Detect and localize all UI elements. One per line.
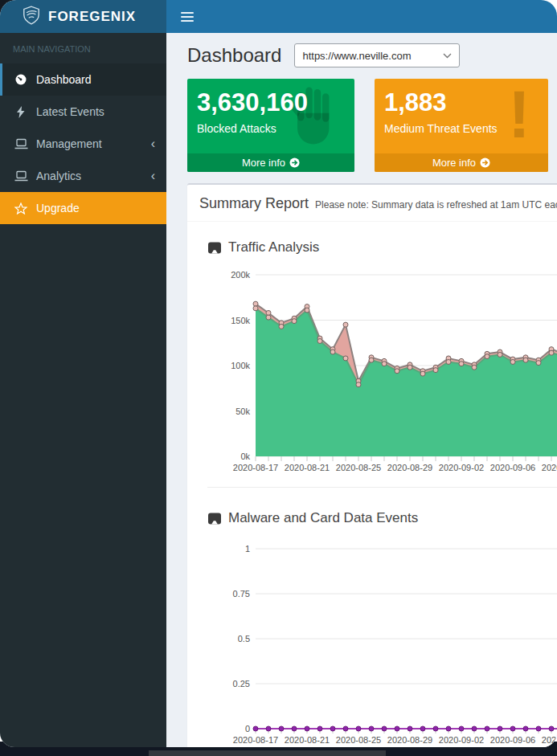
svg-text:150k: 150k — [231, 316, 250, 325]
more-info-label: More info — [242, 157, 285, 169]
traffic-analysis-section: Traffic Analysis 0k50k100k150k200k2020-0… — [207, 239, 557, 479]
svg-text:200k: 200k — [231, 270, 250, 280]
svg-text:2020-09-10: 2020-09-10 — [542, 463, 557, 472]
blocked-attacks-label: Blocked Attacks — [197, 122, 345, 135]
app-window: FOREGENIX MAIN NAVIGATION — [0, 0, 557, 747]
svg-text:2020-08-21: 2020-08-21 — [285, 735, 330, 743]
medium-threat-events-value: 1,883 — [384, 88, 539, 117]
content-area: Dashboard https://www.neville.com 3,630,… — [166, 33, 557, 747]
svg-text:2020-09-02: 2020-09-02 — [439, 735, 484, 743]
arrow-circle-right-icon — [480, 157, 490, 168]
sidebar-item-upgrade[interactable]: Upgrade — [0, 192, 166, 224]
sidebar-item-dashboard[interactable]: Dashboard — [0, 63, 166, 96]
chevron-left-icon: ‹ — [151, 172, 155, 180]
laptop-icon — [14, 137, 28, 150]
svg-text:0k: 0k — [240, 452, 250, 461]
svg-text:0.5: 0.5 — [238, 634, 250, 644]
svg-text:2020-09-06: 2020-09-06 — [490, 735, 535, 743]
medium-threat-events-card: 1,883 Medium Threat Events ! More info — [375, 79, 548, 172]
sidebar-item-analytics[interactable]: Analytics ‹ — [0, 160, 166, 192]
summary-report-note: Please note: Summary data is refreshed a… — [315, 199, 557, 210]
sidebar-item-label: Analytics — [36, 170, 81, 182]
bolt-icon — [14, 105, 28, 118]
svg-text:1: 1 — [245, 544, 250, 554]
svg-text:2020-08-21: 2020-08-21 — [285, 463, 330, 472]
tray-icon — [207, 242, 222, 254]
tray-icon — [207, 513, 222, 525]
sidebar-section-label: MAIN NAVIGATION — [0, 33, 166, 63]
svg-text:2020-08-25: 2020-08-25 — [336, 735, 381, 743]
traffic-analysis-title: Traffic Analysis — [228, 239, 319, 255]
tachometer-icon — [14, 73, 28, 86]
sidebar: MAIN NAVIGATION Dashboard — [0, 33, 166, 747]
malware-card-events-title: Malware and Card Data Events — [228, 510, 418, 526]
malware-card-events-section: Malware and Card Data Events 00.250.50.7… — [207, 487, 557, 746]
laptop-icon — [14, 170, 28, 182]
arrow-circle-right-icon — [289, 157, 300, 168]
sidebar-item-management[interactable]: Management ‹ — [0, 128, 166, 160]
chevron-down-icon — [443, 53, 452, 59]
medium-threat-events-label: Medium Threat Events — [384, 122, 539, 135]
svg-text:2020-08-25: 2020-08-25 — [336, 463, 381, 472]
brand-name: FOREGENIX — [48, 9, 136, 25]
foregenix-shield-logo-icon — [21, 5, 42, 29]
svg-text:2020-09-06: 2020-09-06 — [490, 463, 535, 472]
blocked-attacks-more-info-button[interactable]: More info — [187, 153, 354, 172]
blocked-attacks-card: 3,630,160 Blocked Attacks — [187, 79, 354, 172]
sidebar-item-label: Dashboard — [36, 73, 92, 86]
summary-report-box: Summary Report Please note: Summary data… — [187, 183, 557, 747]
site-selector-value: https://www.neville.com — [302, 50, 411, 62]
blocked-attacks-value: 3,630,160 — [197, 88, 345, 117]
summary-report-header: Summary Report Please note: Summary data… — [187, 185, 557, 222]
svg-text:0.75: 0.75 — [233, 589, 250, 599]
brand-logo-area[interactable]: FOREGENIX — [0, 0, 166, 33]
sidebar-toggle-button[interactable] — [176, 5, 199, 29]
top-bar: FOREGENIX — [0, 0, 557, 33]
site-selector-dropdown[interactable]: https://www.neville.com — [294, 43, 460, 67]
svg-text:0.25: 0.25 — [233, 679, 250, 689]
svg-text:50k: 50k — [235, 407, 250, 416]
more-info-label: More info — [432, 157, 476, 169]
sidebar-item-label: Management — [36, 137, 102, 150]
svg-text:0: 0 — [245, 724, 250, 734]
svg-text:2020-08-17: 2020-08-17 — [233, 735, 278, 743]
sidebar-item-latest-events[interactable]: Latest Events — [0, 96, 166, 128]
screenshot-stage: FOREGENIX MAIN NAVIGATION — [0, 0, 557, 756]
malware-card-events-chart: 00.250.50.7512020-08-172020-08-212020-08… — [207, 536, 557, 743]
star-icon — [14, 202, 28, 215]
navbar — [166, 0, 557, 33]
traffic-analysis-chart: 0k50k100k150k200k2020-08-172020-08-21202… — [207, 265, 557, 476]
sidebar-item-label: Upgrade — [36, 202, 80, 215]
svg-text:2020-08-29: 2020-08-29 — [387, 463, 432, 472]
svg-text:2020-09-02: 2020-09-02 — [439, 463, 484, 472]
medium-threat-events-more-info-button[interactable]: More info — [375, 153, 548, 172]
svg-text:100k: 100k — [231, 361, 250, 370]
summary-report-title: Summary Report — [199, 195, 309, 212]
svg-text:2020-08-17: 2020-08-17 — [233, 463, 278, 472]
page-title: Dashboard — [187, 44, 281, 67]
sidebar-item-label: Latest Events — [36, 105, 104, 118]
chevron-left-icon: ‹ — [151, 140, 155, 148]
svg-text:2020-08-29: 2020-08-29 — [387, 735, 432, 743]
